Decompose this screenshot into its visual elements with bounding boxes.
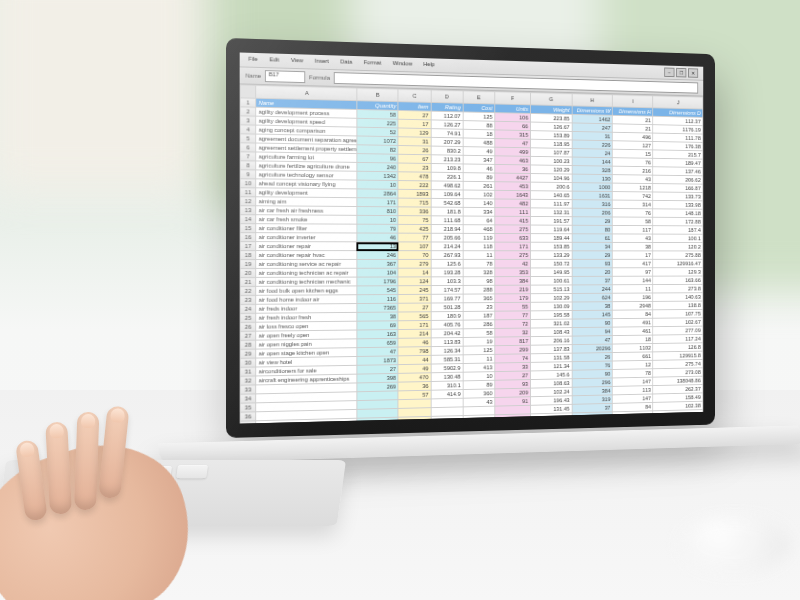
cell[interactable]: 365 [463, 294, 495, 303]
cell[interactable]: 415 [495, 216, 531, 225]
cell[interactable]: air conditioner repair [256, 242, 357, 251]
cell[interactable]: 29 [572, 217, 613, 226]
cell[interactable]: 144 [613, 276, 653, 285]
cell[interactable]: 61 [572, 234, 613, 243]
cell[interactable]: 205.66 [431, 233, 463, 242]
cell[interactable]: 80 [572, 225, 613, 234]
menu-insert[interactable]: Insert [312, 57, 332, 67]
cell[interactable]: 498.62 [431, 181, 463, 190]
cell[interactable]: 43 [613, 234, 653, 243]
cell[interactable]: 189.44 [530, 234, 571, 243]
row-header[interactable]: 18 [240, 251, 256, 260]
cell[interactable]: 20 [572, 268, 613, 277]
row-header[interactable]: 21 [240, 277, 256, 286]
cell[interactable]: 244 [572, 285, 613, 294]
col-header-F[interactable]: F [495, 92, 531, 105]
cell[interactable]: 64 [463, 216, 495, 225]
cell[interactable]: 125.6 [431, 259, 463, 268]
cell[interactable]: 214.24 [431, 242, 463, 251]
cell[interactable]: 715 [398, 198, 430, 207]
cell[interactable]: 2948 [613, 301, 653, 310]
col-header-C[interactable]: C [398, 89, 430, 102]
cell[interactable]: 187 [463, 311, 495, 320]
col-header-I[interactable]: I [613, 95, 653, 108]
cell[interactable]: 29 [572, 251, 613, 260]
cell[interactable]: 810 [357, 207, 399, 216]
cell[interactable]: 171 [398, 320, 430, 329]
cell[interactable]: 417 [613, 259, 653, 267]
cell[interactable]: 267.93 [431, 251, 463, 260]
cell[interactable]: 42 [495, 259, 531, 268]
table-row[interactable]: 18air conditioner repair hvac24670267.93… [240, 251, 703, 260]
row-header[interactable]: 33 [240, 385, 256, 394]
name-box[interactable]: B17 [265, 70, 305, 83]
cell[interactable]: 111 [495, 208, 531, 217]
col-header-B[interactable]: B [357, 88, 399, 102]
cell[interactable]: 104 [357, 268, 399, 277]
cell[interactable]: 633 [495, 233, 531, 242]
cell[interactable]: 1796 [357, 277, 399, 286]
cell[interactable]: 149.95 [530, 268, 571, 277]
cell[interactable]: 501.28 [431, 303, 463, 312]
cell[interactable]: 384 [495, 277, 531, 286]
cell[interactable]: 129.3 [653, 268, 703, 277]
cell[interactable]: 367 [357, 259, 399, 268]
cell[interactable]: 179 [495, 294, 531, 303]
cell[interactable]: 218.94 [431, 225, 463, 234]
cell[interactable]: 181.8 [431, 207, 463, 216]
cell[interactable]: 11 [463, 251, 495, 260]
cell[interactable]: 46 [357, 233, 399, 242]
cell[interactable]: 132.31 [530, 208, 571, 217]
cell[interactable]: 275.88 [653, 251, 703, 259]
cell[interactable]: 129916.47 [653, 259, 703, 267]
cell[interactable]: 2864 [357, 189, 399, 198]
cell[interactable]: 336 [398, 207, 430, 216]
cell[interactable]: 119.64 [530, 225, 571, 234]
select-all-corner[interactable] [240, 85, 256, 98]
cell[interactable]: 742 [613, 192, 653, 201]
row-header[interactable]: 28 [240, 340, 256, 349]
cell[interactable]: 275 [495, 225, 531, 234]
cell[interactable]: 279 [398, 259, 430, 268]
cell[interactable]: 17 [613, 251, 653, 259]
cell[interactable]: 58 [463, 328, 495, 337]
cell[interactable]: 116 [357, 294, 399, 303]
cell[interactable]: 119 [463, 233, 495, 242]
col-header-E[interactable]: E [463, 91, 495, 104]
cell[interactable]: air conditioner inverter [256, 233, 357, 242]
col-header-D[interactable]: D [431, 90, 463, 103]
cell[interactable]: 37 [572, 276, 613, 285]
cell[interactable]: 196 [613, 293, 653, 302]
row-header[interactable]: 27 [240, 331, 256, 340]
cell[interactable]: 93 [572, 259, 613, 268]
cell[interactable]: 245 [398, 286, 430, 295]
cell[interactable]: 353 [495, 268, 531, 277]
cell[interactable]: 46 [463, 164, 495, 173]
row-header[interactable]: 26 [240, 322, 256, 331]
row-header[interactable]: 19 [240, 259, 256, 268]
row-header[interactable]: 7 [240, 152, 256, 161]
cell[interactable]: 206 [572, 208, 613, 217]
row-header[interactable]: 3 [240, 116, 256, 125]
cell[interactable]: 542.68 [431, 198, 463, 207]
cell[interactable]: 77 [398, 233, 430, 242]
cell[interactable]: 34 [572, 242, 613, 251]
row-header[interactable]: 23 [240, 295, 256, 304]
cell[interactable]: 140.65 [530, 191, 571, 200]
cell[interactable]: 148.18 [653, 209, 703, 218]
cell[interactable]: 478 [398, 172, 430, 181]
cell[interactable]: 111.68 [431, 216, 463, 225]
cell[interactable]: 38 [572, 302, 613, 311]
row-header[interactable]: 37 [240, 421, 256, 424]
cell[interactable]: 38 [613, 242, 653, 251]
cell[interactable]: 405.76 [431, 320, 463, 329]
cell[interactable]: 172.88 [653, 217, 703, 226]
row-header[interactable]: 35 [240, 403, 256, 412]
cell[interactable]: 100.1 [653, 234, 703, 243]
cell[interactable]: 133.29 [530, 251, 571, 260]
row-header[interactable]: 14 [240, 215, 256, 224]
maximize-button[interactable]: ☐ [676, 68, 686, 78]
cell[interactable]: 328 [463, 268, 495, 277]
row-header[interactable]: 32 [240, 376, 256, 385]
row-header[interactable]: 20 [240, 268, 256, 277]
